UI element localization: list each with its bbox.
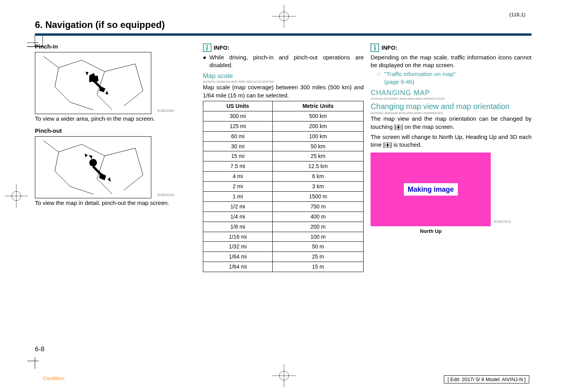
- orientation-para1: The map view and the map orientation can…: [371, 115, 532, 131]
- map-scale-id: AIVINJN1-254B822A-980F-405F-9359-0273C1E…: [203, 80, 364, 83]
- info-para-col3: Depending on the map scale, traffic info…: [371, 54, 532, 69]
- svg-marker-20: [108, 177, 111, 182]
- bullet-dot: ●: [203, 54, 206, 69]
- table-row: 30 mi50 km: [203, 141, 364, 151]
- table-row: 4 mi6 km: [203, 172, 364, 182]
- table-row: 125 mi200 km: [203, 121, 364, 131]
- cell-metric: 15 m: [273, 262, 364, 272]
- svg-marker-16: [85, 72, 88, 76]
- table-row: 1 mi1500 m: [203, 191, 364, 201]
- table-row: 1/32 mi50 m: [203, 242, 364, 252]
- cell-us: 1 mi: [203, 191, 272, 201]
- scale-table: US Units Metric Units 300 mi500 km125 mi…: [203, 101, 364, 272]
- cell-us: 4 mi: [203, 172, 272, 182]
- table-row: 1/2 mi750 m: [203, 201, 364, 212]
- table-row: 60 mi100 km: [203, 131, 364, 141]
- cell-metric: 200 km: [273, 121, 364, 131]
- table-row: 300 mi500 km: [203, 111, 364, 121]
- changing-map-id: AIVINJN1-EE435B0C-944B-44A6-A02B-44DFEE7…: [371, 97, 532, 101]
- cell-metric: 100 m: [273, 232, 364, 242]
- cell-us: 1/4 mi: [203, 212, 272, 222]
- cell-metric: 6 km: [273, 172, 364, 182]
- north-up-caption: North Up: [371, 228, 491, 235]
- column-2: INFO: ● While driving, pinch-in and pinc…: [203, 43, 364, 272]
- column-3: INFO: Depending on the map scale, traffi…: [371, 43, 532, 272]
- cell-metric: 25 km: [273, 151, 364, 161]
- info-label-col2: INFO:: [214, 44, 230, 52]
- fig1-label: 5GB0246X: [157, 108, 174, 113]
- map-scale-para: Map scale (map coverage) between 300 mil…: [203, 83, 364, 99]
- table-row: 1/64 mi15 m: [203, 262, 364, 272]
- cell-metric: 400 m: [273, 212, 364, 222]
- cell-us: 1/16 mi: [203, 232, 272, 242]
- table-row: 15 mi25 km: [203, 151, 364, 161]
- table-row: 1/4 mi400 m: [203, 212, 364, 222]
- pinch-in-figure: 5GB0246X: [35, 52, 151, 114]
- table-row: 2 mi3 km: [203, 182, 364, 192]
- condition-label: Condition:: [43, 375, 66, 381]
- info-bullet-text: While driving, pinch-in and pinch-out op…: [210, 54, 364, 69]
- svg-marker-21: [85, 153, 88, 157]
- svg-marker-17: [106, 91, 109, 95]
- info-label-col3: INFO:: [381, 44, 397, 52]
- cell-metric: 50 m: [273, 242, 364, 252]
- pinch-in-para: To view a wider area, pinch-in the map s…: [35, 115, 196, 123]
- pinch-out-heading: Pinch-out: [35, 127, 196, 135]
- th-us: US Units: [203, 101, 272, 111]
- svg-point-18: [89, 159, 97, 167]
- cell-us: 1/64 mi: [203, 262, 272, 272]
- cell-us: 1/64 mi: [203, 252, 272, 262]
- cell-us: 2 mi: [203, 182, 272, 192]
- cell-us: 1/8 mi: [203, 222, 272, 232]
- orientation-para2: The screen will change to North Up, Head…: [371, 133, 532, 149]
- th-metric: Metric Units: [273, 101, 364, 111]
- making-image-text: Making image: [404, 183, 458, 196]
- map-scale-heading: Map scale AIVINJN1-254B822A-980F-405F-93…: [203, 72, 364, 84]
- making-image-placeholder: Making image 5GB0751X: [371, 153, 491, 226]
- reference-link: "Traffic information on map" (page 6-46): [384, 70, 455, 86]
- info-icon: [371, 43, 379, 52]
- page-coord: (116,1): [509, 12, 525, 17]
- registration-mark-bottom: [272, 364, 296, 387]
- fig2-label: 5GB0243X: [157, 193, 174, 197]
- cell-metric: 50 km: [273, 141, 364, 151]
- reference-icon: ☞: [376, 70, 381, 86]
- cell-metric: 1500 m: [273, 191, 364, 201]
- table-row: 1/8 mi200 m: [203, 222, 364, 232]
- pinch-in-heading: Pinch-in: [35, 43, 196, 50]
- chapter-title: 6. Navigation (if so equipped): [35, 19, 532, 30]
- cell-us: 15 mi: [203, 151, 272, 161]
- cell-us: 1/2 mi: [203, 201, 272, 212]
- cell-us: 125 mi: [203, 121, 272, 131]
- cell-metric: 750 m: [273, 201, 364, 212]
- compass-icon: [385, 142, 390, 148]
- cell-metric: 200 m: [273, 222, 364, 232]
- table-row: 1/16 mi100 m: [203, 232, 364, 242]
- cell-metric: 3 km: [273, 182, 364, 192]
- changing-view-id: AIVINJN1-35401E88-4D28-4449-AE8A-C593959…: [371, 112, 532, 115]
- page-number: 6-8: [35, 345, 45, 353]
- cell-us: 1/32 mi: [203, 242, 272, 252]
- column-1: Pinch-in 5GB0246X To view a wide: [35, 43, 196, 272]
- cell-us: 30 mi: [203, 141, 272, 151]
- table-row: 1/64 mi25 m: [203, 252, 364, 262]
- pink-label: 5GB0751X: [494, 219, 511, 224]
- cell-us: 300 mi: [203, 111, 272, 121]
- edit-info-box: [ Edit: 2017/ 5/ 8 Model: AIVINJ-N ]: [444, 375, 529, 383]
- cell-metric: 500 km: [273, 111, 364, 121]
- compass-icon: [396, 125, 401, 130]
- info-icon: [203, 43, 211, 52]
- changing-map-heading: CHANGING MAP AIVINJN1-EE435B0C-944B-44A6…: [371, 88, 532, 101]
- changing-view-subheading: Changing map view and map orientation AI…: [371, 101, 532, 115]
- pinch-out-para: To view the map in detail, pinch-out the…: [35, 199, 196, 207]
- cell-us: 60 mi: [203, 131, 272, 141]
- registration-mark-left: [5, 184, 28, 208]
- pinch-out-figure: 5GB0243X: [35, 136, 151, 198]
- table-row: 7.5 mi12.5 km: [203, 161, 364, 172]
- chapter-rule: [35, 33, 532, 36]
- cell-metric: 25 m: [273, 252, 364, 262]
- cell-us: 7.5 mi: [203, 161, 272, 172]
- cell-metric: 100 km: [273, 131, 364, 141]
- cell-metric: 12.5 km: [273, 161, 364, 172]
